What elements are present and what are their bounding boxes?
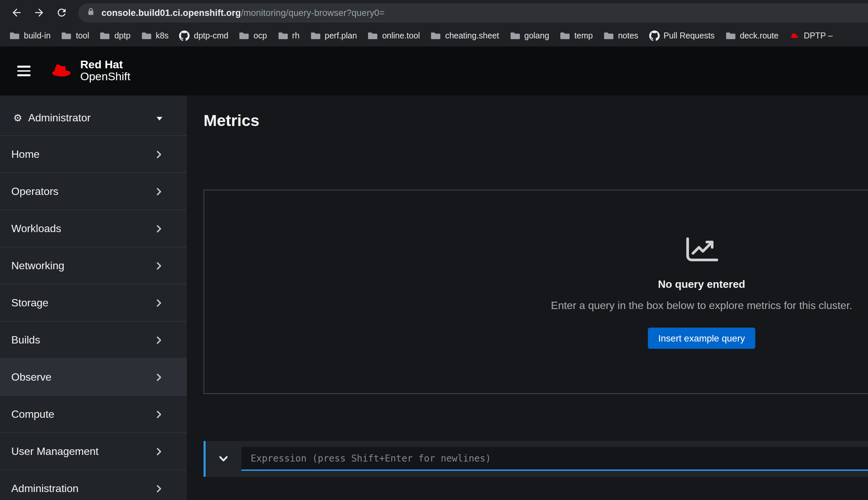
bookmark-ocp[interactable]: ocp xyxy=(234,29,272,43)
sidebar-item-builds[interactable]: Builds xyxy=(0,321,187,358)
sidebar-item-observe[interactable]: Observe xyxy=(0,358,187,395)
bookmark-dptp-cmd[interactable]: dptp-cmd xyxy=(174,29,234,43)
brand-line-1: Red Hat xyxy=(80,59,130,71)
sidebar-item-label: Compute xyxy=(11,408,54,420)
bookmark-dptp[interactable]: dptp xyxy=(94,29,136,43)
sidebar-item-user-management[interactable]: User Management xyxy=(0,432,187,469)
chart-line-icon xyxy=(684,235,719,264)
brand-line-2: OpenShift xyxy=(80,71,130,83)
sidebar-nav: HomeOperatorsWorkloadsNetworkingStorageB… xyxy=(0,135,187,500)
bookmark-label: dptp-cmd xyxy=(194,31,228,41)
sidebar-item-workloads[interactable]: Workloads xyxy=(0,209,187,247)
bookmark-build-in[interactable]: build-in xyxy=(4,29,56,43)
caret-down-icon xyxy=(156,114,163,122)
refresh-icon xyxy=(56,7,68,19)
folder-icon xyxy=(239,31,250,41)
sidebar-item-label: Builds xyxy=(11,334,40,346)
github-icon xyxy=(649,31,660,41)
masthead: Red Hat OpenShift xyxy=(0,46,868,95)
bookmark-temp[interactable]: temp xyxy=(555,29,598,43)
editor-collapse-toggle[interactable] xyxy=(206,454,241,464)
sidebar: ⚙ Administrator HomeOperatorsWorkloadsNe… xyxy=(0,95,188,500)
bookmark-label: Pull Requests xyxy=(663,31,715,41)
github-icon xyxy=(179,31,190,41)
empty-state-title: No query entered xyxy=(658,279,745,291)
address-bar[interactable]: console.build01.ci.openshift.org/monitor… xyxy=(78,3,868,22)
redhat-icon xyxy=(789,31,800,41)
bookmark-deck-route[interactable]: deck.route xyxy=(720,29,784,43)
sidebar-item-label: Observe xyxy=(11,371,52,383)
redhat-fedora-icon xyxy=(48,61,74,81)
bookmark-label: notes xyxy=(618,31,638,41)
bookmark-rh[interactable]: rh xyxy=(272,29,305,43)
url-host: console.build01.ci.openshift.org xyxy=(101,8,241,18)
sidebar-item-operators[interactable]: Operators xyxy=(0,172,187,209)
empty-state-panel: No query entered Enter a query in the bo… xyxy=(204,190,868,394)
sidebar-item-networking[interactable]: Networking xyxy=(0,247,187,284)
back-button[interactable] xyxy=(7,3,26,23)
bookmark-cheating-sheet[interactable]: cheating.sheet xyxy=(425,29,505,43)
bookmark-notes[interactable]: notes xyxy=(598,29,643,43)
sidebar-item-label: User Management xyxy=(11,445,99,457)
folder-icon xyxy=(368,31,378,41)
empty-state-description: Enter a query in the box below to explor… xyxy=(551,300,853,312)
bookmark-perf-plan[interactable]: perf.plan xyxy=(305,29,362,43)
bookmark-label: rh xyxy=(292,31,299,41)
brand-text: Red Hat OpenShift xyxy=(80,59,130,83)
folder-icon xyxy=(560,31,570,41)
chevron-right-icon xyxy=(155,410,163,418)
folder-icon xyxy=(141,31,152,41)
folder-icon xyxy=(725,31,736,41)
expression-input[interactable] xyxy=(241,447,868,471)
reload-button[interactable] xyxy=(52,3,72,23)
folder-icon xyxy=(310,31,321,41)
browser-toolbar: console.build01.ci.openshift.org/monitor… xyxy=(0,0,868,25)
hamburger-icon xyxy=(17,66,31,68)
sidebar-item-administration[interactable]: Administration xyxy=(0,469,187,500)
sidebar-item-label: Workloads xyxy=(11,223,61,235)
sidebar-item-storage[interactable]: Storage xyxy=(0,284,187,321)
cogs-icon: ⚙ xyxy=(13,112,22,124)
folder-icon xyxy=(100,31,111,41)
forward-button[interactable] xyxy=(29,3,49,23)
url-text: console.build01.ci.openshift.org/monitor… xyxy=(101,8,385,18)
bookmarks-bar: build-intooldptpk8sdptp-cmdocprhperf.pla… xyxy=(0,25,868,46)
bookmark-pull-requests[interactable]: Pull Requests xyxy=(643,29,720,43)
bookmark-label: build-in xyxy=(24,31,51,41)
folder-icon xyxy=(277,31,288,41)
perspective-label: Administrator xyxy=(28,112,91,124)
page-body: ⚙ Administrator HomeOperatorsWorkloadsNe… xyxy=(0,95,868,500)
sidebar-item-label: Home xyxy=(11,148,39,160)
bookmark-label: cheating.sheet xyxy=(445,31,499,41)
sidebar-item-compute[interactable]: Compute xyxy=(0,395,187,432)
insert-example-query-button[interactable]: Insert example query xyxy=(648,328,755,349)
lock-icon[interactable] xyxy=(86,8,95,17)
folder-icon xyxy=(603,31,614,41)
chevron-right-icon xyxy=(155,188,163,195)
bookmark-online-tool[interactable]: online.tool xyxy=(362,29,425,43)
menu-toggle-button[interactable] xyxy=(17,66,31,76)
folder-icon xyxy=(61,31,72,41)
sidebar-item-home[interactable]: Home xyxy=(0,135,187,172)
bookmark-label: perf.plan xyxy=(324,31,357,41)
main-content: Metrics No query entered Enter a query i… xyxy=(188,95,868,500)
bookmark-label: dptp xyxy=(114,31,130,41)
folder-icon xyxy=(431,31,441,41)
bookmark-golang[interactable]: golang xyxy=(504,29,555,43)
sidebar-item-label: Administration xyxy=(11,482,79,495)
bookmark-label: online.tool xyxy=(382,31,420,41)
bookmark-k8s[interactable]: k8s xyxy=(136,29,174,43)
bookmark-label: ocp xyxy=(254,31,267,41)
chevron-right-icon xyxy=(155,336,163,344)
perspective-switcher[interactable]: ⚙ Administrator xyxy=(0,101,187,135)
browser-window: console.build01.ci.openshift.org/monitor… xyxy=(0,0,868,500)
sidebar-item-label: Networking xyxy=(11,260,64,272)
page-title: Metrics xyxy=(204,111,259,130)
arrow-right-icon xyxy=(33,7,45,19)
bookmark-label: k8s xyxy=(156,31,169,41)
query-editor xyxy=(204,441,868,477)
chevron-right-icon xyxy=(155,225,163,232)
bookmark-tool[interactable]: tool xyxy=(56,29,94,43)
brand-logo[interactable]: Red Hat OpenShift xyxy=(48,59,130,83)
bookmark-dptp[interactable]: DPTP – xyxy=(784,29,838,43)
